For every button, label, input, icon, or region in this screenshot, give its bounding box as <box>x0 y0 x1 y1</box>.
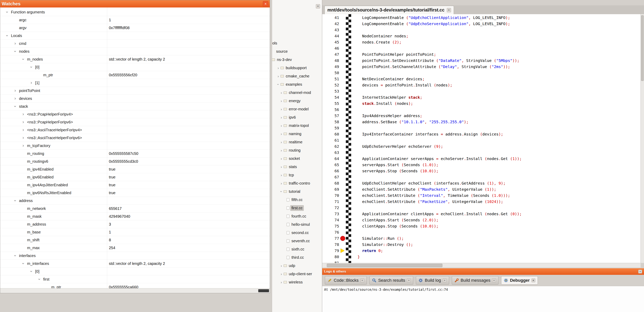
tree-item-traffic-contro[interactable]: ›traffic-contro <box>279 179 322 187</box>
code-line[interactable]: echoClient.SetAttribute ("PacketSize", U… <box>358 198 522 205</box>
watch-row-m_ipv6Enabled[interactable]: m_ipv6Enabledtrue <box>0 173 270 181</box>
watch-row-devices[interactable]: ›devices <box>0 95 270 103</box>
line-number[interactable]: 76 <box>322 229 340 235</box>
line-number[interactable]: 80 <box>322 254 340 260</box>
tab-Debugger[interactable]: Debugger× <box>501 276 538 285</box>
tree-item-ols[interactable]: ols <box>272 39 322 47</box>
watch-row-stack[interactable]: ›stack <box>0 103 270 110</box>
close-icon[interactable]: × <box>638 270 642 274</box>
code-area[interactable]: 4142434445464748495051525354555657585960… <box>322 14 640 263</box>
watch-row-m_nodes[interactable]: ›m_nodesstd::vector of length 2, capacit… <box>0 55 270 63</box>
close-icon[interactable]: × <box>492 279 496 282</box>
watch-row-m_interfaces[interactable]: ›m_interfacesstd::vector of length 2, ca… <box>0 260 270 268</box>
watch-row-<ns3::PcapHelperForIpv4>[interactable]: ›<ns3::PcapHelperForIpv4> <box>0 110 270 118</box>
tree-item-buildsupport[interactable]: ›buildsupport <box>276 64 322 72</box>
code-line[interactable]: ApplicationContainer clientApps = echoCl… <box>358 211 522 217</box>
chevron-right-icon[interactable]: › <box>279 165 283 169</box>
watch-row-m_routingv6[interactable]: m_routingv60x5555555cd3c0 <box>0 157 270 165</box>
line-number[interactable]: 77 <box>322 235 340 241</box>
code-line[interactable]: Simulator::Run (); <box>358 235 522 241</box>
tab-Code::Blocks[interactable]: Code::Blocks× <box>325 276 367 285</box>
watches-horizontal-scrollbar[interactable] <box>0 288 270 293</box>
watch-row-<ns3::AsciiTraceHelperForIpv4>[interactable]: ›<ns3::AsciiTraceHelperForIpv4> <box>0 126 270 134</box>
code-line[interactable]: ApplicationContainer serverApps = echoSe… <box>358 156 522 162</box>
line-number[interactable]: 72 <box>322 205 340 211</box>
logs-panel-titlebar[interactable]: Logs & others × <box>322 268 644 275</box>
tree-item-tcp[interactable]: ›tcp <box>279 171 322 179</box>
chevron-right-icon[interactable]: › <box>11 41 19 46</box>
chevron-right-icon[interactable]: › <box>20 120 27 124</box>
code-line[interactable] <box>358 27 522 33</box>
tree-item-routing[interactable]: ›routing <box>279 146 322 155</box>
watch-row-<ns3::AsciiTraceHelperForIpv6>[interactable]: ›<ns3::AsciiTraceHelperForIpv6> <box>0 134 270 142</box>
code-lines[interactable]: LogComponentEnable ("UdpEchoClientApplic… <box>358 14 522 263</box>
chevron-right-icon[interactable]: › <box>276 74 280 78</box>
watch-row-Locals[interactable]: ›Locals <box>0 32 270 40</box>
chevron-down-icon[interactable]: › <box>13 104 17 109</box>
code-line[interactable] <box>358 174 522 180</box>
line-number[interactable]: 51 <box>322 76 340 82</box>
tree-item-third.cc[interactable]: third.cc <box>286 253 322 262</box>
watches-titlebar[interactable]: Watches × <box>0 0 270 7</box>
code-line[interactable]: stack.Install (nodes); <box>358 100 522 107</box>
chevron-right-icon[interactable]: › <box>279 99 283 103</box>
tree-item-naming[interactable]: ›naming <box>279 130 322 138</box>
line-number[interactable]: 70 <box>322 192 340 198</box>
watch-row-m_ipv6NsRsJitterEnabled[interactable]: m_ipv6NsRsJitterEnabledtrue <box>0 189 270 197</box>
tree-item-seventh.cc[interactable]: seventh.cc <box>286 237 322 245</box>
watch-row-m_network[interactable]: m_network655617 <box>0 205 270 213</box>
tree-item-energy[interactable]: ›energy <box>279 97 322 105</box>
tree-item-wireless[interactable]: ›wireless <box>279 278 322 286</box>
chevron-right-icon[interactable]: › <box>279 116 283 119</box>
code-line[interactable]: LogComponentEnable ("UdpEchoClientApplic… <box>358 14 522 21</box>
line-number[interactable]: 78 <box>322 241 340 248</box>
code-line[interactable]: NodeContainer nodes; <box>358 33 522 39</box>
line-number[interactable]: 44 <box>322 33 340 39</box>
code-line[interactable] <box>358 150 522 156</box>
line-number[interactable]: 56 <box>322 107 340 113</box>
tree-item-matrix-topol[interactable]: ›matrix-topol <box>279 122 322 130</box>
chevron-right-icon[interactable]: › <box>279 264 283 268</box>
line-number[interactable]: 42 <box>322 21 340 27</box>
chevron-right-icon[interactable]: › <box>20 144 27 148</box>
line-number[interactable]: 50 <box>322 70 340 76</box>
tree-item-ns-3-dev[interactable]: ›ns-3-dev <box>272 56 322 64</box>
code-line[interactable] <box>358 88 522 94</box>
close-icon[interactable]: × <box>360 279 364 282</box>
tree-item-sixth.cc[interactable]: sixth.cc <box>286 245 322 253</box>
watch-row-m_tcpFactory[interactable]: ›m_tcpFactory <box>0 142 270 150</box>
line-number[interactable]: 73 <box>322 211 340 217</box>
close-icon[interactable]: × <box>532 279 535 282</box>
chevron-right-icon[interactable]: › <box>279 157 283 160</box>
code-line[interactable]: UdpEchoServerHelper echoServer (9); <box>358 143 522 150</box>
watch-row-[1][interactable]: ›[1] <box>0 79 270 87</box>
chevron-down-icon[interactable]: › <box>37 277 42 282</box>
watch-row-cmd[interactable]: ›cmd <box>0 40 270 47</box>
editor-tab-first-cc[interactable]: mnt/dev/tools/source/ns-3-dev/examples/t… <box>324 6 454 14</box>
code-line[interactable] <box>358 260 522 263</box>
code-line[interactable]: nodes.Create (2); <box>358 39 522 45</box>
chevron-right-icon[interactable]: › <box>11 96 19 101</box>
line-number[interactable]: 71 <box>322 198 340 205</box>
chevron-right-icon[interactable]: › <box>279 173 283 177</box>
watch-row-argv[interactable]: argv0x7fffffffdf08 <box>0 24 270 32</box>
line-number[interactable]: 79 <box>322 248 340 254</box>
chevron-right-icon[interactable]: › <box>20 136 27 140</box>
editor-vertical-scrollbar[interactable] <box>640 14 644 263</box>
close-icon[interactable]: × <box>407 279 411 282</box>
chevron-right-icon[interactable]: › <box>279 107 283 111</box>
watch-row-m_ipv4ArpJitterEnabled[interactable]: m_ipv4ArpJitterEnabledtrue <box>0 181 270 189</box>
code-line[interactable] <box>358 107 522 113</box>
chevron-down-icon[interactable]: › <box>13 198 17 203</box>
code-line[interactable]: Simulator::Destroy (); <box>358 241 522 248</box>
code-line[interactable] <box>358 125 522 131</box>
watch-row-m_base[interactable]: m_base1 <box>0 228 270 236</box>
tree-item-second.cc[interactable]: second.cc <box>286 229 322 237</box>
tree-item-source[interactable]: source <box>275 47 322 56</box>
code-line[interactable]: echoClient.SetAttribute ("Interval", Tim… <box>358 192 522 198</box>
code-line[interactable]: return 0; <box>358 248 522 254</box>
line-number[interactable]: 62 <box>322 143 340 150</box>
tree-item-realtime[interactable]: ›realtime <box>279 138 322 146</box>
scrollbar-thumb[interactable] <box>327 264 442 267</box>
tree-item-stats[interactable]: ›stats <box>279 163 322 171</box>
